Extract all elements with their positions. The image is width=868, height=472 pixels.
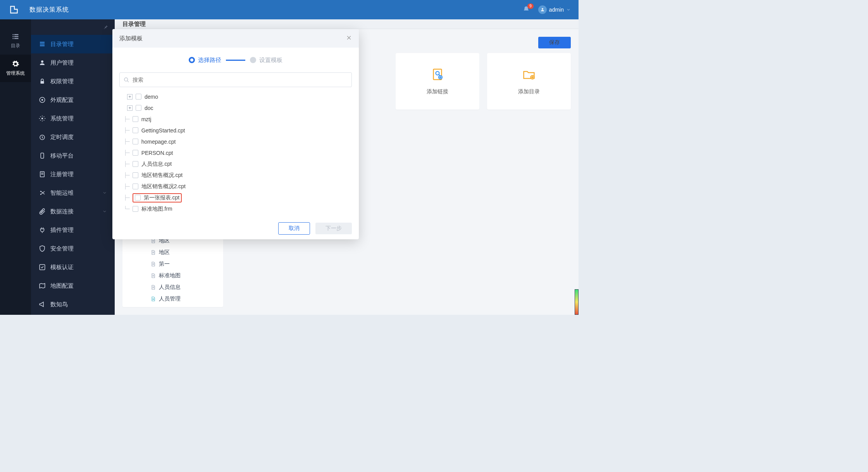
expand-icon[interactable]: + [127, 105, 133, 111]
checkbox[interactable] [133, 127, 138, 133]
file-tree-node[interactable]: ├─地区销售概况.cpt [119, 170, 352, 181]
file-tree-node[interactable]: ├─PERSON.cpt [119, 147, 352, 158]
file-tree-node[interactable]: ├─地区销售概况2.cpt [119, 181, 352, 192]
modal-title: 添加模板 [119, 35, 143, 42]
step-dot-active-icon [189, 57, 195, 63]
file-tree-node[interactable]: ├─第一张报表.cpt [119, 192, 352, 203]
modal-steps: 选择路径 设置模板 [112, 48, 359, 72]
file-label: 地区销售概况2.cpt [141, 183, 186, 190]
search-icon [124, 77, 129, 83]
checkbox[interactable] [133, 206, 138, 212]
file-label: PERSON.cpt [141, 150, 173, 156]
checkbox[interactable] [133, 139, 138, 144]
file-tree-node[interactable]: ├─mztj [119, 113, 352, 125]
checkbox[interactable] [133, 161, 138, 167]
cancel-button[interactable]: 取消 [278, 222, 310, 235]
file-label: doc [145, 105, 153, 111]
file-tree-node[interactable]: +demo [119, 91, 352, 102]
audio-meter [575, 289, 579, 315]
next-button[interactable]: 下一步 [315, 223, 352, 234]
svg-point-26 [124, 77, 128, 81]
checkbox[interactable] [133, 184, 138, 189]
file-tree-node[interactable]: ├─homepage.cpt [119, 136, 352, 147]
file-label: mztj [141, 116, 152, 122]
file-tree-node[interactable]: ├─GettingStarted.cpt [119, 125, 352, 136]
expand-icon[interactable]: + [127, 94, 133, 100]
file-label: 标准地图.frm [141, 206, 172, 213]
step-dot-inactive-icon [250, 57, 256, 63]
checkbox[interactable] [133, 116, 138, 122]
checkbox[interactable] [136, 94, 141, 100]
step2-label: 设置模板 [259, 57, 282, 64]
file-tree-node[interactable]: └─标准地图.frm [119, 203, 352, 215]
step-line [226, 60, 245, 61]
file-label: GettingStarted.cpt [141, 127, 185, 134]
step1-label: 选择路径 [198, 57, 221, 64]
checkbox[interactable] [133, 150, 138, 156]
modal-search-input[interactable] [133, 77, 348, 83]
checkbox[interactable] [135, 195, 141, 201]
step-select-path: 选择路径 [189, 57, 221, 64]
file-label: 人员信息.cpt [141, 161, 172, 168]
file-label: demo [145, 94, 158, 100]
file-label: homepage.cpt [141, 139, 176, 145]
step-set-template: 设置模板 [250, 57, 282, 64]
modal-search[interactable] [119, 72, 352, 87]
checkbox[interactable] [136, 105, 141, 111]
file-tree-node[interactable]: +doc [119, 102, 352, 113]
add-template-modal: 添加模板 选择路径 设置模板 +demo+doc├─mztj├─GettingS… [112, 29, 359, 239]
close-icon[interactable] [346, 35, 352, 42]
checkbox[interactable] [133, 172, 138, 178]
file-label: 第一张报表.cpt [144, 194, 180, 201]
file-label: 地区销售概况.cpt [141, 172, 183, 179]
file-tree-node[interactable]: ├─人员信息.cpt [119, 158, 352, 170]
